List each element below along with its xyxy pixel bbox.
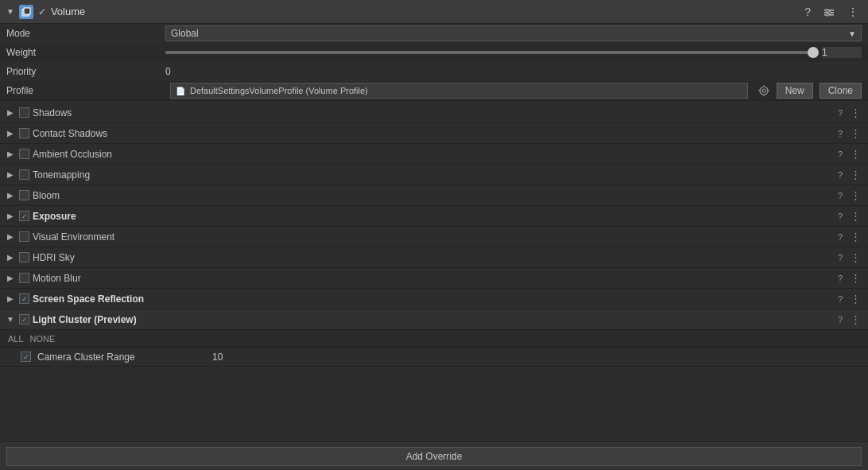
override-row-light-cluster: ▼ ✓ Light Cluster (Preview) ? ⋮ — [0, 309, 868, 330]
override-row-shadows: ▶ Shadows ? ⋮ — [0, 103, 868, 123]
clone-profile-button[interactable]: Clone — [820, 83, 862, 99]
checkbox-ao[interactable] — [19, 149, 29, 159]
profile-field: 📄 DefaultSettingsVolumeProfile (Volume P… — [170, 83, 748, 99]
override-row-tonemapping: ▶ Tonemapping ? ⋮ — [0, 165, 868, 185]
none-button[interactable]: NONE — [30, 334, 56, 344]
svg-point-9 — [762, 89, 765, 92]
ve-more-button[interactable]: ⋮ — [848, 230, 863, 243]
contact-shadows-help-button[interactable]: ? — [835, 128, 845, 139]
shadows-actions: ? ⋮ — [835, 106, 863, 119]
priority-value[interactable]: 0 — [165, 66, 862, 77]
mb-label: Motion Blur — [33, 273, 832, 284]
shadows-more-button[interactable]: ⋮ — [848, 106, 863, 119]
help-button[interactable]: ? — [801, 4, 814, 20]
ssr-more-button[interactable]: ⋮ — [848, 292, 863, 305]
override-row-ssr: ▶ ✓ Screen Space Reflection ? ⋮ — [0, 289, 868, 309]
expand-bloom-icon[interactable]: ▶ — [5, 191, 16, 200]
override-row-exposure: ▶ ✓ Exposure ? ⋮ — [0, 206, 868, 227]
panel-header: ▼ ✓ Volume ? — [0, 0, 868, 24]
hdri-label: HDRI Sky — [33, 252, 832, 263]
svg-rect-1 — [24, 8, 30, 14]
checkbox-exposure[interactable]: ✓ — [19, 211, 29, 221]
ssr-label: Screen Space Reflection — [33, 293, 832, 305]
all-button[interactable]: ALL — [8, 334, 24, 344]
header-left: ▼ ✓ Volume — [6, 5, 801, 19]
panel-title: Volume — [51, 6, 85, 17]
checkbox-contact-shadows[interactable] — [19, 128, 29, 138]
override-row-motion-blur: ▶ Motion Blur ? ⋮ — [0, 268, 868, 289]
tonemapping-more-button[interactable]: ⋮ — [848, 168, 863, 181]
lc-more-button[interactable]: ⋮ — [848, 313, 863, 326]
mode-label: Mode — [6, 28, 165, 39]
checkbox-shadows[interactable] — [19, 107, 29, 118]
collapse-arrow-icon[interactable]: ▼ — [6, 7, 14, 16]
checkbox-ssr[interactable]: ✓ — [19, 293, 29, 304]
expand-lc-icon[interactable]: ▼ — [5, 315, 16, 324]
settings-button[interactable] — [820, 5, 838, 19]
exposure-more-button[interactable]: ⋮ — [848, 209, 863, 223]
weight-row: Weight 1 — [0, 43, 868, 62]
ao-help-button[interactable]: ? — [835, 149, 845, 160]
checkbox-tonemapping[interactable] — [19, 169, 29, 180]
ao-more-button[interactable]: ⋮ — [848, 147, 863, 161]
svg-point-6 — [829, 11, 831, 14]
volume-cube-icon — [19, 5, 33, 19]
checkbox-ve[interactable] — [19, 231, 29, 242]
expand-ve-icon[interactable]: ▶ — [5, 232, 16, 241]
weight-label: Weight — [6, 47, 165, 58]
all-none-row: ALL NONE — [0, 330, 868, 348]
add-override-button[interactable]: Add Override — [6, 447, 862, 466]
bloom-more-button[interactable]: ⋮ — [848, 188, 863, 202]
ccr-value[interactable]: 10 — [212, 352, 863, 363]
override-row-ambient-occlusion: ▶ Ambient Occlusion ? ⋮ — [0, 144, 868, 165]
new-profile-button[interactable]: New — [777, 83, 813, 99]
checkbox-bloom[interactable] — [19, 190, 29, 200]
priority-row: Priority 0 — [0, 62, 868, 81]
override-row-visual-environment: ▶ Visual Environment ? ⋮ — [0, 227, 868, 247]
ve-label: Visual Environment — [33, 231, 832, 243]
override-row-hdri-sky: ▶ HDRI Sky ? ⋮ — [0, 247, 868, 268]
hdri-more-button[interactable]: ⋮ — [848, 251, 863, 264]
override-row-contact-shadows: ▶ Contact Shadows ? ⋮ — [0, 123, 868, 144]
shadows-help-button[interactable]: ? — [835, 107, 845, 118]
weight-slider[interactable] — [165, 51, 817, 54]
override-row-bloom: ▶ Bloom ? ⋮ — [0, 185, 868, 206]
camera-cluster-range-row: ✓ Camera Cluster Range 10 — [0, 348, 868, 367]
mb-help-button[interactable]: ? — [835, 273, 845, 284]
ssr-help-button[interactable]: ? — [835, 293, 845, 305]
svg-point-7 — [827, 14, 829, 16]
checkbox-mb[interactable] — [19, 273, 29, 283]
bloom-label: Bloom — [33, 190, 832, 201]
hdri-help-button[interactable]: ? — [835, 252, 845, 263]
ccr-label: Camera Cluster Range — [37, 352, 212, 363]
enabled-checkmark[interactable]: ✓ — [38, 6, 46, 17]
checkbox-ccr[interactable]: ✓ — [21, 352, 31, 362]
contact-shadows-more-button[interactable]: ⋮ — [848, 126, 863, 140]
exposure-help-button[interactable]: ? — [835, 211, 845, 222]
expand-ao-icon[interactable]: ▶ — [5, 150, 16, 158]
more-options-button[interactable]: ⋮ — [844, 4, 862, 20]
volume-panel: ▼ ✓ Volume ? — [0, 0, 868, 470]
header-actions: ? ⋮ — [801, 4, 862, 20]
priority-label: Priority — [6, 66, 165, 77]
checkbox-hdri[interactable] — [19, 252, 29, 262]
ve-help-button[interactable]: ? — [835, 231, 845, 243]
bloom-help-button[interactable]: ? — [835, 190, 845, 201]
tonemapping-help-button[interactable]: ? — [835, 169, 845, 181]
weight-value: 1 — [822, 47, 862, 58]
expand-ssr-icon[interactable]: ▶ — [5, 294, 16, 303]
expand-contact-shadows-icon[interactable]: ▶ — [5, 129, 16, 138]
lc-help-button[interactable]: ? — [835, 314, 845, 325]
expand-tonemapping-icon[interactable]: ▶ — [5, 170, 16, 179]
bottom-spacer — [0, 367, 868, 383]
expand-shadows-icon[interactable]: ▶ — [5, 108, 16, 117]
profile-file-icon: 📄 — [176, 87, 185, 95]
mb-more-button[interactable]: ⋮ — [848, 271, 863, 285]
expand-hdri-icon[interactable]: ▶ — [5, 253, 16, 262]
profile-target-button[interactable] — [756, 84, 772, 97]
checkbox-lc[interactable]: ✓ — [19, 314, 29, 324]
profile-label: Profile — [6, 85, 165, 96]
expand-mb-icon[interactable]: ▶ — [5, 274, 16, 282]
expand-exposure-icon[interactable]: ▶ — [5, 212, 16, 220]
mode-dropdown[interactable]: Global ▼ — [165, 25, 862, 41]
